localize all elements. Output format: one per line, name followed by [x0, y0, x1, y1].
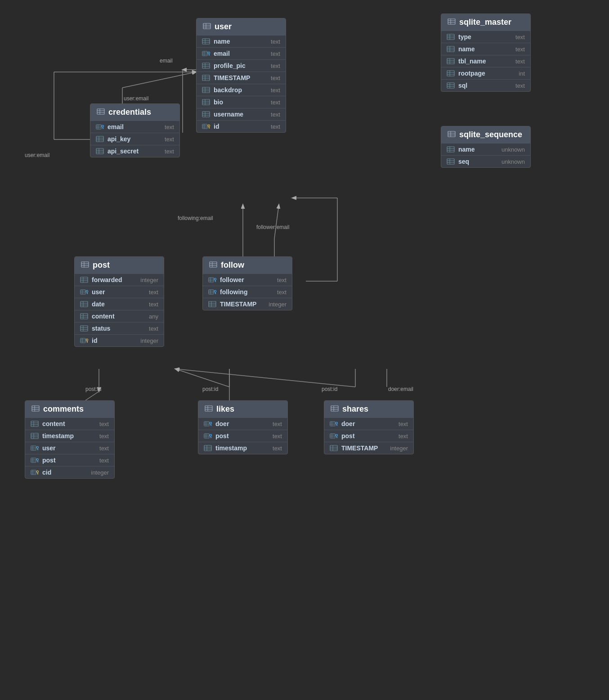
field-name-post: post [42, 457, 96, 464]
field-type-name: text [515, 46, 525, 53]
field-type-sql: text [515, 82, 525, 89]
svg-rect-232 [204, 434, 209, 438]
field-name-name: name [458, 146, 498, 153]
field-type-cid: integer [91, 469, 109, 476]
svg-point-36 [208, 52, 210, 54]
table-grid-icon [31, 405, 40, 413]
svg-rect-124 [81, 262, 89, 267]
table-header-credentials: credentials [90, 104, 179, 121]
table-grid-icon [209, 261, 217, 269]
field-type-post: text [99, 457, 109, 464]
field-name-forwarded: forwarded [92, 276, 137, 283]
svg-rect-80 [96, 136, 103, 142]
field-name-seq: seq [458, 158, 498, 165]
svg-rect-108 [447, 83, 454, 88]
field-icon-type [447, 34, 455, 40]
svg-rect-256 [330, 434, 335, 438]
svg-rect-120 [447, 159, 454, 164]
field-icon-rootpage [447, 70, 455, 76]
table-follow: follow follower text following text [202, 256, 292, 310]
table-header-sqlite_master: sqlite_master [441, 14, 530, 31]
field-name-TIMESTAMP: TIMESTAMP [214, 74, 267, 81]
svg-rect-192 [31, 433, 38, 439]
table-name-user: user [215, 22, 232, 31]
label-email: email [160, 58, 173, 64]
field-type-tbl_name: text [515, 58, 525, 65]
field-row-forwarded: forwarded integer [75, 274, 164, 286]
table-header-user: user [197, 18, 286, 35]
field-row-post: post text [324, 430, 413, 442]
field-name-cid: cid [42, 469, 87, 476]
field-type-id: text [271, 123, 280, 130]
svg-line-17 [175, 369, 229, 387]
field-type-TIMESTAMP: integer [269, 301, 287, 308]
field-name-content: content [92, 313, 145, 320]
field-icon-status [80, 325, 88, 332]
field-type-rootpage: int [519, 70, 525, 77]
label-post-id-1: post:id [85, 386, 101, 392]
field-type-profile_pic: text [271, 63, 280, 69]
table-post: post forwarded integer user text date te… [74, 256, 164, 347]
field-row-rootpage: rootpage int [441, 67, 530, 79]
table-name-sqlite_master: sqlite_master [459, 18, 511, 27]
svg-rect-28 [202, 39, 210, 44]
field-name-name: name [458, 45, 512, 53]
field-type-backdrop: text [271, 87, 280, 94]
svg-point-236 [210, 434, 212, 436]
field-row-date: date text [75, 298, 164, 310]
field-row-TIMESTAMP: TIMESTAMP integer [324, 442, 413, 454]
field-type-user: text [99, 445, 109, 452]
field-icon-post [31, 457, 39, 463]
field-row-content: content text [25, 417, 114, 430]
field-name-following: following [220, 288, 273, 296]
table-grid-icon [448, 131, 456, 139]
field-icon-id [80, 337, 88, 344]
field-type-seq: unknown [502, 158, 525, 165]
field-row-user: user text [75, 286, 164, 298]
field-row-follower: follower text [203, 274, 292, 286]
svg-point-216 [37, 471, 39, 472]
field-type-timestamp: text [99, 433, 109, 440]
field-name-post: post [215, 432, 269, 440]
svg-rect-96 [447, 46, 454, 52]
field-row-api_key: api_key text [90, 133, 179, 145]
table-grid-icon [81, 261, 89, 269]
field-icon-id [202, 123, 210, 130]
field-name-timestamp: timestamp [215, 444, 269, 452]
field-icon-name [447, 146, 455, 153]
svg-point-208 [37, 458, 39, 460]
table-header-shares: shares [324, 401, 413, 417]
field-icon-timestamp [204, 445, 212, 451]
svg-rect-48 [202, 87, 210, 93]
field-icon-username [202, 111, 210, 117]
field-icon-content [80, 313, 88, 319]
field-row-email: email text [90, 121, 179, 133]
field-row-username: username text [197, 108, 286, 120]
field-icon-TIMESTAMP [330, 445, 338, 451]
svg-rect-40 [202, 63, 210, 68]
field-row-id: id text [197, 120, 286, 132]
table-grid-icon [203, 23, 211, 31]
table-grid-icon [205, 405, 213, 413]
table-name-post: post [93, 260, 110, 270]
table-grid-icon [97, 108, 105, 116]
svg-rect-164 [209, 278, 214, 282]
field-row-tbl_name: tbl_name text [441, 55, 530, 67]
field-row-seq: seq unknown [441, 155, 530, 167]
field-type-bio: text [271, 99, 280, 106]
field-row-timestamp: timestamp text [198, 442, 287, 454]
field-name-user: user [42, 444, 96, 452]
field-row-doer: doer text [198, 417, 287, 430]
field-name-username: username [214, 111, 267, 118]
label-following-email: following:email [178, 215, 213, 221]
field-name-backdrop: backdrop [214, 86, 267, 94]
svg-point-76 [102, 125, 104, 127]
field-row-cid: cid integer [25, 466, 114, 478]
svg-rect-112 [448, 131, 455, 137]
field-name-api_secret: api_secret [107, 148, 161, 155]
table-header-comments: comments [25, 401, 114, 417]
svg-rect-212 [31, 470, 36, 475]
label-doer-email: doer:email [388, 386, 413, 392]
field-type-TIMESTAMP: text [271, 75, 280, 81]
field-name-type: type [458, 33, 512, 40]
